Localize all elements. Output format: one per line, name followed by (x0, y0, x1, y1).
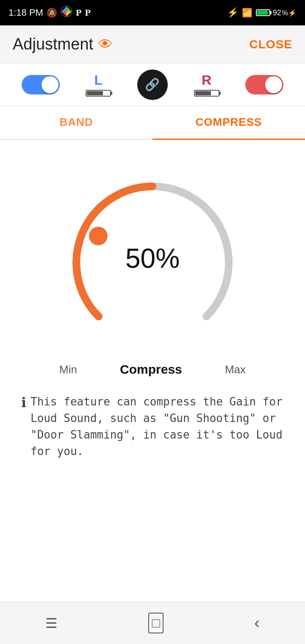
signal-icon: 📶 (242, 8, 252, 18)
menu-icon[interactable]: ☰ (45, 615, 58, 631)
gauge-value: 50% (125, 243, 180, 274)
gauge-container[interactable]: 50% (59, 169, 246, 356)
controls-row: L 🔗 R (0, 64, 305, 106)
info-section: ℹ This feature can compress the Gain for… (21, 394, 284, 460)
p-icon-2: P (85, 7, 90, 18)
header: Adjustment 👁 CLOSE (0, 25, 305, 64)
status-left: 1:18 PM 🔕 P P (8, 6, 91, 20)
mute-icon: 🔕 (47, 8, 57, 18)
right-ear-label: R (202, 72, 211, 88)
link-button[interactable]: 🔗 (137, 69, 168, 100)
navi-icon (61, 6, 72, 20)
status-bar: 1:18 PM 🔕 P P ⚡ 📶 92 %⚡ (0, 0, 305, 25)
left-ear-battery (86, 90, 111, 97)
bottom-nav: ☰ □ ‹ (0, 602, 305, 644)
header-title-area: Adjustment 👁 (13, 35, 113, 53)
eye-icon: 👁 (98, 36, 113, 53)
gauge-max-label: Max (225, 363, 246, 376)
right-ear-battery (194, 90, 219, 97)
p-icon-1: P (76, 7, 81, 18)
link-icon: 🔗 (145, 78, 160, 92)
gauge-center-label: Compress (120, 362, 182, 377)
main-content: 50% Min Compress Max ℹ This feature can … (0, 140, 305, 477)
tabs-row: BAND COMPRESS (0, 106, 305, 140)
tab-band[interactable]: BAND (0, 106, 152, 140)
gauge-min-label: Min (59, 363, 77, 376)
home-icon[interactable]: □ (148, 613, 163, 633)
battery-level: 92 (273, 8, 281, 17)
page-title: Adjustment (13, 35, 93, 53)
right-ear-indicator: R (194, 72, 219, 97)
left-ear-indicator: L (86, 72, 111, 97)
info-text: This feature can compress the Gain for L… (30, 394, 284, 460)
battery-indicator: 92 %⚡ (256, 8, 297, 17)
left-toggle[interactable] (22, 75, 60, 94)
tab-compress[interactable]: COMPRESS (152, 106, 305, 140)
bluetooth-icon: ⚡ (227, 7, 238, 18)
gauge-labels: Min Compress Max (59, 362, 246, 377)
status-right: ⚡ 📶 92 %⚡ (227, 7, 297, 18)
back-icon[interactable]: ‹ (254, 614, 260, 632)
left-ear-label: L (94, 72, 103, 88)
info-icon: ℹ (21, 394, 26, 411)
right-toggle[interactable] (245, 75, 283, 94)
svg-point-1 (89, 227, 108, 245)
time: 1:18 PM (8, 7, 43, 18)
close-button[interactable]: CLOSE (250, 38, 292, 51)
